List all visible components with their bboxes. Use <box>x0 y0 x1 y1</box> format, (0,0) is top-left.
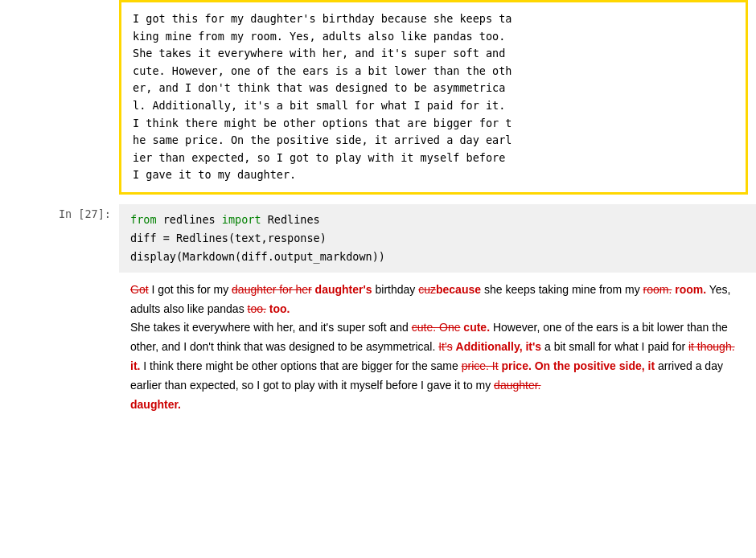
diff-ins-price-on-positive: price. On the positive side, it <box>501 359 655 372</box>
keyword-from: from <box>130 213 157 226</box>
diff-del-too-period: too. <box>248 302 266 315</box>
diff-ins-because: because <box>436 283 481 296</box>
diff-ins-it-period: it. <box>130 359 140 372</box>
diff-normal-14: I think there might be other options tha… <box>140 359 461 372</box>
code-line-3: display(Markdown(diff.output_markdown)) <box>130 248 745 266</box>
diff-ins-additionally-its: Additionally, it's <box>456 340 542 353</box>
diff-del-cuz: cuz <box>418 283 436 296</box>
diff-normal-12: a bit small for what I paid for <box>541 340 688 353</box>
code-text-2: Redlines <box>261 213 320 226</box>
diff-del-room-period: room. <box>643 283 672 296</box>
diff-ins-cute: cute. <box>463 321 490 334</box>
diff-ins-too: too. <box>269 302 290 315</box>
diff-output: Got I got this for my daughter for her d… <box>119 273 748 426</box>
code-text-1: redlines <box>157 213 222 226</box>
diff-ins-daughters: daughter's <box>315 283 372 296</box>
diff-del-daughter-period: daughter. <box>494 379 540 392</box>
diff-del-cute-one: cute. One <box>412 321 461 334</box>
diff-normal-3: birthday <box>372 283 419 296</box>
diff-del-price-it: price. It <box>462 359 499 372</box>
diff-normal-8: She takes it everywhere with her, and it… <box>130 321 412 334</box>
code-line-1: from redlines import Redlines <box>130 211 745 229</box>
code-line-2: diff = Redlines(text,response) <box>130 229 745 248</box>
diff-normal-4: she keeps taking mine from my <box>481 283 643 296</box>
diff-ins-daughter-final: daughter. <box>130 398 181 411</box>
diff-del-its: It's <box>438 340 452 353</box>
code-block-27: from redlines import Redlines diff = Red… <box>119 204 756 273</box>
keyword-import: import <box>222 213 261 226</box>
diff-normal-1: I got this for my <box>149 283 232 296</box>
diff-del-daughter-for-her: daughter for her <box>232 283 312 296</box>
notebook: I got this for my daughter's birthday be… <box>0 0 756 425</box>
diff-del-it-though: it though. <box>688 340 735 353</box>
input-row-27: In [27]: from redlines import Redlines d… <box>0 204 756 273</box>
output-cell-text: I got this for my daughter's birthday be… <box>119 0 748 195</box>
diff-ins-room: room. <box>675 283 706 296</box>
cell-label-27: In [27]: <box>0 204 119 220</box>
diff-del-got: Got <box>130 283 149 296</box>
